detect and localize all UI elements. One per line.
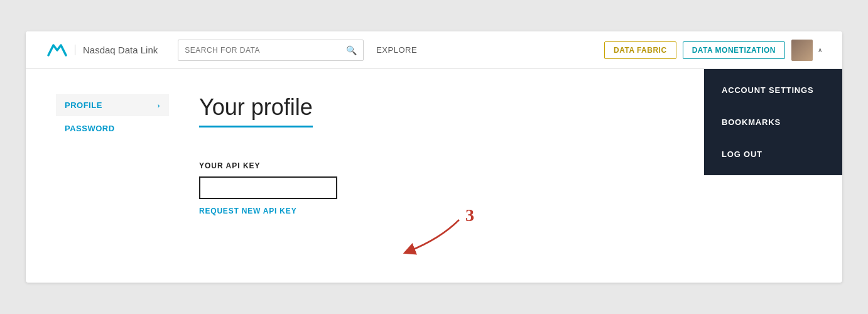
sidebar-password-label: PASSWORD	[65, 124, 115, 133]
search-input[interactable]	[185, 46, 346, 55]
dropdown-account-settings[interactable]: ACCOUNT SETTINGS	[704, 74, 842, 106]
sidebar-item-password[interactable]: PASSWORD	[56, 117, 169, 139]
user-dropdown-menu: ACCOUNT SETTINGS BOOKMARKS LOG OUT	[704, 69, 842, 175]
user-avatar[interactable]	[791, 40, 813, 61]
navbar: Nasdaq Data Link 🔍 EXPLORE DATA FABRIC D…	[26, 31, 842, 69]
dropdown-bookmarks[interactable]: BOOKMARKS	[704, 106, 842, 138]
data-fabric-button[interactable]: DATA FABRIC	[604, 41, 676, 59]
search-box[interactable]: 🔍	[178, 40, 364, 61]
sidebar-profile-label: PROFILE	[65, 100, 102, 110]
page-container: Nasdaq Data Link 🔍 EXPLORE DATA FABRIC D…	[26, 31, 842, 283]
explore-link[interactable]: EXPLORE	[376, 45, 417, 55]
search-icon: 🔍	[346, 45, 357, 55]
dropdown-log-out[interactable]: LOG OUT	[704, 138, 842, 170]
page-title: Your profile	[199, 94, 313, 127]
nasdaq-logo-icon	[46, 41, 68, 59]
navbar-logo: Nasdaq Data Link	[46, 41, 158, 59]
data-monetization-button[interactable]: DATA MONETIZATION	[683, 41, 785, 59]
avatar-caret-icon[interactable]: ∧	[818, 46, 822, 53]
api-key-input[interactable]	[199, 176, 337, 199]
sidebar: PROFILE › PASSWORD	[56, 94, 169, 257]
sidebar-item-profile[interactable]: PROFILE ›	[56, 94, 169, 116]
avatar-image	[791, 40, 813, 61]
profile-chevron-icon: ›	[158, 102, 160, 109]
brand-name: Nasdaq Data Link	[75, 45, 158, 55]
request-new-api-key-link[interactable]: REQUEST NEW API KEY	[199, 207, 296, 215]
